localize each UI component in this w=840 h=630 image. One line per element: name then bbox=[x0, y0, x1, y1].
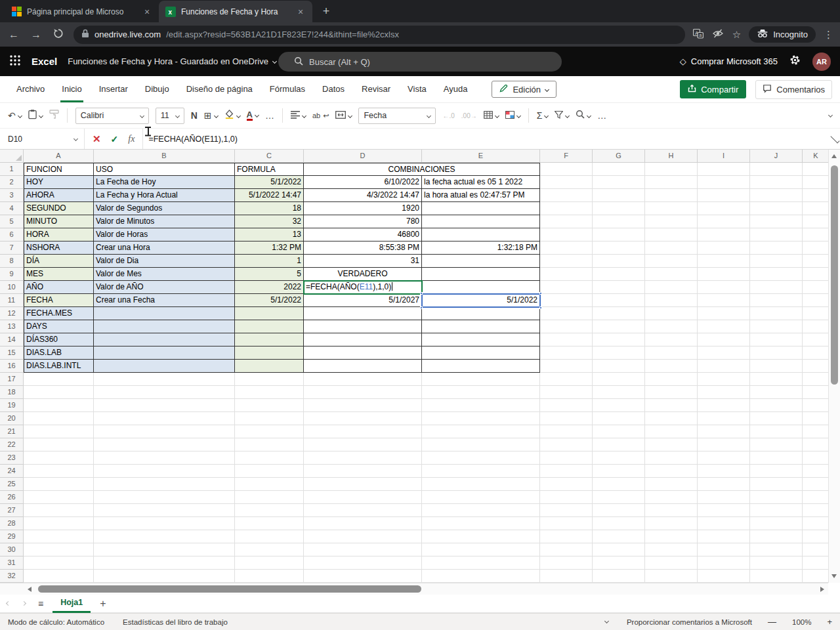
row-header-10[interactable]: 10 bbox=[0, 281, 24, 294]
paste-button[interactable] bbox=[28, 109, 43, 122]
cell-H29[interactable] bbox=[645, 530, 698, 543]
cell-B32[interactable] bbox=[94, 570, 235, 583]
cell-J25[interactable] bbox=[750, 478, 803, 491]
cell-J4[interactable] bbox=[750, 202, 803, 215]
row-header-27[interactable]: 27 bbox=[0, 504, 24, 517]
cell-F17[interactable] bbox=[540, 373, 593, 386]
cell-I8[interactable] bbox=[698, 255, 750, 268]
cell-D4[interactable]: 1920 bbox=[304, 202, 422, 215]
row-header-13[interactable]: 13 bbox=[0, 320, 24, 333]
cell-H17[interactable] bbox=[645, 373, 698, 386]
cell-A22[interactable] bbox=[24, 438, 94, 452]
cell-G19[interactable] bbox=[593, 399, 645, 412]
cell-B17[interactable] bbox=[94, 373, 235, 386]
cell-A26[interactable] bbox=[24, 491, 94, 504]
cell-A7[interactable]: NSHORA bbox=[24, 242, 94, 255]
cell-I7[interactable] bbox=[698, 242, 750, 255]
cell-B31[interactable] bbox=[94, 556, 235, 570]
cell-K5[interactable] bbox=[803, 215, 828, 228]
cell-C29[interactable] bbox=[235, 530, 304, 543]
column-header-F[interactable]: F bbox=[540, 150, 593, 163]
cell-G30[interactable] bbox=[593, 543, 645, 556]
cell-C28[interactable] bbox=[235, 517, 304, 530]
cell-J27[interactable] bbox=[750, 504, 803, 517]
cell-J18[interactable] bbox=[750, 386, 803, 399]
cell-D32[interactable] bbox=[304, 570, 422, 583]
cell-B1[interactable]: USO bbox=[94, 163, 235, 176]
cell-D23[interactable] bbox=[304, 452, 422, 465]
cell-B27[interactable] bbox=[94, 504, 235, 517]
cell-D14[interactable] bbox=[304, 333, 422, 346]
cell-K4[interactable] bbox=[803, 202, 828, 215]
scroll-up-arrow-icon[interactable] bbox=[831, 154, 837, 158]
cell-I18[interactable] bbox=[698, 386, 750, 399]
cell-B6[interactable]: Valor de Horas bbox=[94, 228, 235, 242]
new-tab-button[interactable]: + bbox=[318, 3, 335, 20]
cell-B21[interactable] bbox=[94, 425, 235, 438]
cell-K29[interactable] bbox=[803, 530, 828, 543]
cell-A3[interactable]: AHORA bbox=[24, 189, 94, 202]
cell-K14[interactable] bbox=[803, 333, 828, 346]
row-header-30[interactable]: 30 bbox=[0, 543, 24, 556]
cell-D25[interactable] bbox=[304, 478, 422, 491]
cell-D6[interactable]: 46800 bbox=[304, 228, 422, 242]
buy-microsoft365-button[interactable]: ◇Comprar Microsoft 365 bbox=[680, 56, 778, 66]
cell-F20[interactable] bbox=[540, 412, 593, 425]
cell-E6[interactable] bbox=[422, 228, 540, 242]
cell-G21[interactable] bbox=[593, 425, 645, 438]
eye-off-icon[interactable] bbox=[713, 29, 723, 41]
cell-B3[interactable]: La Fecha y Hora Actual bbox=[94, 189, 235, 202]
ribbon-tab-revisar[interactable]: Revisar bbox=[353, 76, 399, 102]
cell-K7[interactable] bbox=[803, 242, 828, 255]
cell-D19[interactable] bbox=[304, 399, 422, 412]
cell-B18[interactable] bbox=[94, 386, 235, 399]
cell-J28[interactable] bbox=[750, 517, 803, 530]
cell-A30[interactable] bbox=[24, 543, 94, 556]
cell-A31[interactable] bbox=[24, 556, 94, 570]
cell-D10[interactable]: =FECHA(AÑO(E11),1,0) bbox=[304, 281, 422, 294]
cell-E8[interactable] bbox=[422, 255, 540, 268]
cell-G18[interactable] bbox=[593, 386, 645, 399]
row-header-32[interactable]: 32 bbox=[0, 570, 24, 583]
row-header-28[interactable]: 28 bbox=[0, 517, 24, 530]
cell-I6[interactable] bbox=[698, 228, 750, 242]
browser-tab-excel[interactable]: x Funciones de Fecha y Hora × bbox=[159, 1, 312, 22]
cell-H28[interactable] bbox=[645, 517, 698, 530]
number-format-select[interactable]: Fecha bbox=[358, 108, 436, 124]
horizontal-scrollbar[interactable] bbox=[0, 583, 828, 595]
cell-K3[interactable] bbox=[803, 189, 828, 202]
cell-G11[interactable] bbox=[593, 294, 645, 307]
cell-H11[interactable] bbox=[645, 294, 698, 307]
cell-K18[interactable] bbox=[803, 386, 828, 399]
cell-F26[interactable] bbox=[540, 491, 593, 504]
cell-K27[interactable] bbox=[803, 504, 828, 517]
cell-J7[interactable] bbox=[750, 242, 803, 255]
cell-D24[interactable] bbox=[304, 465, 422, 478]
cell-G22[interactable] bbox=[593, 438, 645, 452]
cell-C17[interactable] bbox=[235, 373, 304, 386]
cell-I25[interactable] bbox=[698, 478, 750, 491]
tab-close-icon[interactable]: × bbox=[142, 7, 152, 17]
cell-I10[interactable] bbox=[698, 281, 750, 294]
cell-G9[interactable] bbox=[593, 268, 645, 281]
cell-J17[interactable] bbox=[750, 373, 803, 386]
alignment-button[interactable] bbox=[291, 110, 306, 121]
cell-I24[interactable] bbox=[698, 465, 750, 478]
row-header-7[interactable]: 7 bbox=[0, 242, 24, 255]
cell-H7[interactable] bbox=[645, 242, 698, 255]
cell-I9[interactable] bbox=[698, 268, 750, 281]
cell-I23[interactable] bbox=[698, 452, 750, 465]
cell-J6[interactable] bbox=[750, 228, 803, 242]
cell-G4[interactable] bbox=[593, 202, 645, 215]
collapse-ribbon-chevron-icon[interactable] bbox=[828, 113, 833, 117]
cell-J20[interactable] bbox=[750, 412, 803, 425]
tab-close-icon[interactable]: × bbox=[295, 7, 306, 17]
cell-A17[interactable] bbox=[24, 373, 94, 386]
cell-I26[interactable] bbox=[698, 491, 750, 504]
cell-K28[interactable] bbox=[803, 517, 828, 530]
cell-E29[interactable] bbox=[422, 530, 540, 543]
cell-C24[interactable] bbox=[235, 465, 304, 478]
cell-E16[interactable] bbox=[422, 360, 540, 373]
row-header-24[interactable]: 24 bbox=[0, 465, 24, 478]
cell-A20[interactable] bbox=[24, 412, 94, 425]
